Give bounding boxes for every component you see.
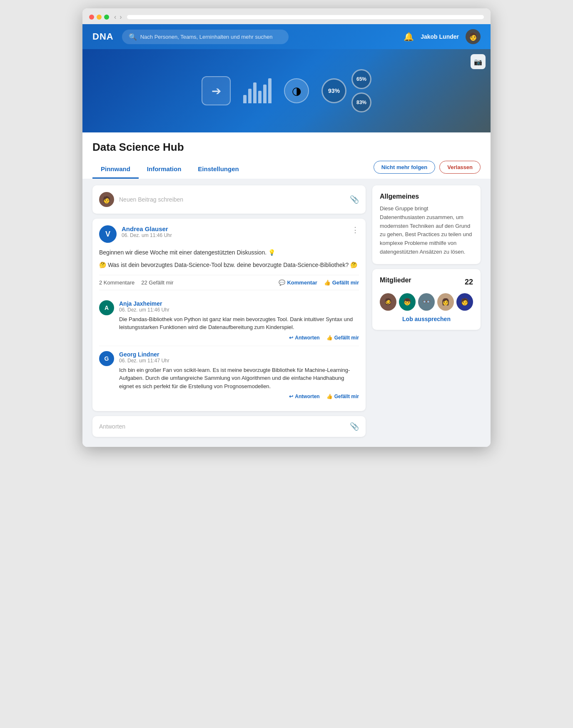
cover-bar-3 — [253, 82, 257, 103]
cover-stat-group: 65% 83% — [351, 69, 371, 112]
attachment-icon[interactable]: 📎 — [350, 195, 359, 204]
topbar: DNA 🔍 Nach Personen, Teams, Lerninhalten… — [82, 24, 491, 49]
username-label: Jakob Lunder — [421, 33, 459, 40]
post-menu-icon[interactable]: ⋮ — [351, 225, 359, 234]
group-actions: Nicht mehr folgen Verlassen — [374, 161, 481, 179]
comment-like-icon-2: 👍 — [326, 394, 333, 399]
post-timestamp: 06. Dez. um 11:46 Uhr — [122, 232, 346, 238]
cover-stat-1: 93% — [321, 78, 346, 103]
cover-bar-6 — [268, 78, 272, 103]
comment-content-2: Georg Lindner 06. Dez. um 11:47 Uhr Ich … — [119, 351, 359, 400]
member-avatar-3[interactable]: 👓 — [418, 293, 435, 311]
comment-body-1: Die Pandas-Bibliothek von Python ist gan… — [119, 315, 359, 332]
comment-like-icon-1: 👍 — [326, 335, 333, 341]
general-title: Allgemeines — [380, 193, 473, 200]
browser-chrome: ‹ › — [82, 8, 491, 24]
comment-time-2: 06. Dez. um 11:47 Uhr — [119, 358, 359, 364]
main-feed: 🧑 Neuen Beitrag schreiben 📎 V Andrea Gla… — [92, 185, 366, 437]
post-author-name[interactable]: Andrea Glauser — [122, 225, 346, 232]
comments-count: 2 Kommentare — [99, 279, 135, 286]
reply-button-1[interactable]: ↩ Antworten — [289, 335, 319, 341]
comments-section: A Anja Jaxheimer 06. Dez. um 11:46 Uhr D… — [99, 290, 359, 405]
comment-like-label-1: Gefällt mir — [334, 335, 359, 341]
like-button[interactable]: 👍 Gefällt mir — [324, 279, 359, 286]
general-info-card: Allgemeines Diese Gruppe bringt Datenent… — [372, 185, 481, 264]
tab-information[interactable]: Information — [139, 160, 190, 179]
post-actions: 💬 Kommentar 👍 Gefällt mir — [279, 279, 359, 286]
tab-pinnwand[interactable]: Pinnwand — [92, 160, 139, 179]
browser-nav: ‹ › — [114, 13, 122, 21]
leave-button[interactable]: Verlassen — [439, 161, 481, 174]
cover-image: ➔ ◑ 93% 65% 83% 📷 — [82, 49, 491, 132]
new-post-input[interactable]: Neuen Beitrag schreiben — [119, 196, 345, 203]
post-avatar-letter: V — [105, 230, 110, 239]
members-title: Mitglieder — [380, 277, 411, 284]
browser-dots — [89, 15, 109, 20]
post-author-avatar: V — [99, 225, 117, 243]
lob-button[interactable]: Lob aussprechen — [380, 316, 473, 322]
post-stats: 2 Kommentare 22 Gefällt mir 💬 Kommentar … — [99, 275, 359, 290]
unfollow-button[interactable]: Nicht mehr folgen — [374, 161, 436, 174]
comment-actions-2: ↩ Antworten 👍 Gefällt mir — [119, 394, 359, 399]
comment-item: G Georg Lindner 06. Dez. um 11:47 Uhr Ic… — [99, 346, 359, 405]
current-user-avatar: 🧑 — [99, 192, 114, 207]
cover-bar-2 — [248, 89, 252, 103]
members-header: Mitglieder 22 — [380, 277, 473, 288]
dot-yellow[interactable] — [97, 15, 102, 20]
tab-einstellungen[interactable]: Einstellungen — [189, 160, 247, 179]
search-icon: 🔍 — [129, 33, 137, 41]
reply-button-2[interactable]: ↩ Antworten — [289, 394, 319, 399]
commenter-avatar-2: G — [99, 351, 114, 366]
change-cover-button[interactable]: 📷 — [471, 54, 486, 69]
group-title: Data Science Hub — [92, 141, 481, 154]
like-label: Gefällt mir — [332, 279, 359, 286]
general-text: Diese Gruppe bringt Datenenthusiasten zu… — [380, 204, 473, 257]
new-post-card: 🧑 Neuen Beitrag schreiben 📎 — [92, 185, 366, 214]
member-avatar-4[interactable]: 👩 — [437, 293, 454, 311]
members-avatars: 🧔 👦 👓 👩 🧑 — [380, 293, 473, 311]
like-icon: 👍 — [324, 279, 331, 286]
reply-input-field[interactable]: Antworten — [99, 423, 345, 430]
cover-bar-1 — [243, 95, 247, 103]
app-logo[interactable]: DNA — [92, 31, 114, 42]
nav-forward[interactable]: › — [120, 13, 122, 21]
bell-icon[interactable]: 🔔 — [404, 32, 414, 42]
reply-attachment-icon[interactable]: 📎 — [350, 422, 359, 431]
dot-red[interactable] — [89, 15, 94, 20]
cover-stat-2: 65% — [351, 69, 371, 89]
comment-actions-1: ↩ Antworten 👍 Gefällt mir — [119, 335, 359, 341]
post-body-line2: 🤔 Was ist dein bevorzugtes Data-Science-… — [99, 260, 359, 269]
comment-button[interactable]: 💬 Kommentar — [279, 279, 317, 286]
avatar-img: 🧑 — [102, 196, 111, 204]
member-avatar-5[interactable]: 🧑 — [456, 293, 473, 311]
comment-like-button-1[interactable]: 👍 Gefällt mir — [326, 335, 359, 341]
cover-stats: 93% 65% 83% — [321, 69, 371, 112]
members-card: Mitglieder 22 🧔 👦 👓 👩 🧑 Lob aussprechen — [372, 269, 481, 330]
likes-count: 22 Gefällt mir — [141, 279, 173, 286]
comment-author-2[interactable]: Georg Lindner — [119, 351, 359, 358]
main-sidebar: Allgemeines Diese Gruppe bringt Datenent… — [372, 185, 481, 437]
comment-time-1: 06. Dez. um 11:46 Uhr — [119, 307, 359, 313]
search-bar[interactable]: 🔍 Nach Personen, Teams, Lerninhalten und… — [122, 30, 289, 44]
user-avatar[interactable]: 🧑 — [466, 29, 481, 44]
search-placeholder: Nach Personen, Teams, Lerninhalten und m… — [140, 34, 273, 40]
reply-icon-2: ↩ — [289, 394, 293, 399]
cover-data-viz: ➔ ◑ 93% 65% 83% — [82, 49, 491, 132]
post-body-line1: Beginnen wir diese Woche mit einer daten… — [99, 248, 359, 257]
comment-like-button-2[interactable]: 👍 Gefällt mir — [326, 394, 359, 399]
comment-author-1[interactable]: Anja Jaxheimer — [119, 300, 359, 307]
member-avatar-2[interactable]: 👦 — [399, 293, 416, 311]
comment-icon: 💬 — [279, 279, 285, 286]
dot-green[interactable] — [104, 15, 109, 20]
topbar-right: 🔔 Jakob Lunder 🧑 — [404, 29, 481, 44]
cover-bar-5 — [263, 85, 267, 103]
browser-url-bar[interactable] — [127, 15, 484, 19]
members-count: 22 — [465, 278, 473, 287]
reply-label-2: Antworten — [295, 394, 319, 399]
cover-icon-arrow: ➔ — [202, 76, 231, 105]
comment-item: A Anja Jaxheimer 06. Dez. um 11:46 Uhr D… — [99, 295, 359, 346]
commenter-avatar-1: A — [99, 300, 114, 315]
nav-back[interactable]: ‹ — [114, 13, 116, 21]
post-body: Beginnen wir diese Woche mit einer daten… — [99, 248, 359, 270]
member-avatar-1[interactable]: 🧔 — [380, 293, 396, 311]
